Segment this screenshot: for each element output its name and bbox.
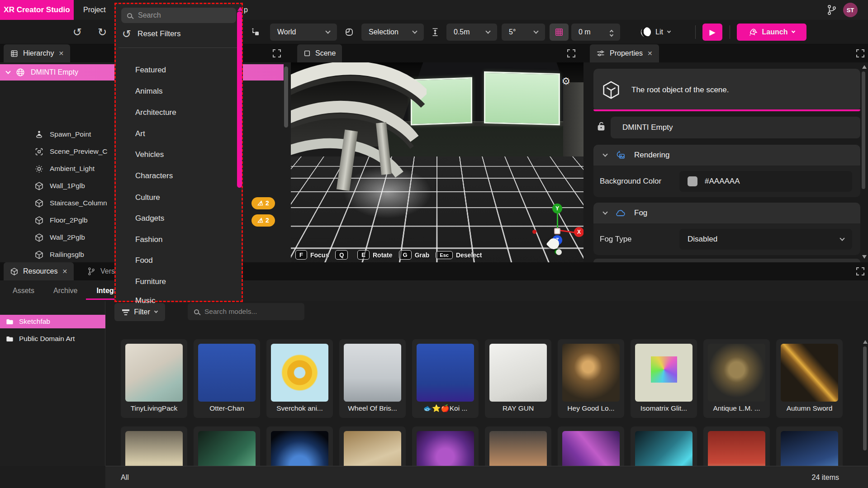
folder-item-public-domain-art[interactable]: Public Domain Art — [0, 332, 105, 346]
stepper-arrows[interactable] — [610, 28, 613, 36]
subtab-archive[interactable]: Archive — [53, 287, 77, 295]
category-animals[interactable]: Animals — [135, 86, 162, 97]
models-search-input[interactable] — [204, 308, 295, 316]
coordinate-space-select[interactable]: World — [270, 24, 337, 41]
grid-height-stepper[interactable]: 0 m — [571, 24, 620, 41]
gizmo-y-handle[interactable]: Y — [552, 204, 562, 213]
hierarchy-scrollbar[interactable] — [284, 66, 288, 128]
warning-badge[interactable]: 2 — [251, 214, 275, 227]
section-rendering-header[interactable]: Rendering — [593, 145, 860, 166]
category-art[interactable]: Art — [135, 128, 145, 139]
shading-mode-select[interactable]: Lit — [634, 24, 688, 41]
category-characters[interactable]: Characters — [135, 171, 173, 181]
selection-mode-select[interactable]: Selection — [361, 24, 424, 41]
properties-scrollbar[interactable] — [862, 71, 865, 189]
category-furniture[interactable]: Furniture — [135, 276, 166, 287]
scroll-up-arrow[interactable] — [863, 340, 868, 344]
subtab-assets[interactable]: Assets — [13, 287, 34, 295]
folder-icon — [5, 317, 14, 326]
version-branch-icon[interactable] — [826, 4, 838, 16]
model-card[interactable]: Hey Good Lo... — [558, 339, 624, 418]
expand-panel-icon[interactable] — [273, 49, 281, 57]
scene-icon — [304, 50, 311, 57]
fit-height-icon[interactable] — [428, 24, 442, 41]
grid-toggle-button[interactable] — [550, 24, 569, 41]
mesh-cube-icon — [34, 250, 44, 260]
reset-filters-button[interactable]: Reset Filters — [122, 26, 181, 42]
category-architecture[interactable]: Architecture — [135, 107, 176, 118]
warning-icon — [257, 199, 263, 207]
launch-button[interactable]: Launch — [737, 24, 806, 41]
category-music[interactable]: Music — [135, 295, 155, 306]
shading-mode-value: Lit — [655, 28, 663, 36]
scroll-down-arrow[interactable] — [862, 255, 867, 259]
category-gadgets[interactable]: Gadgets — [135, 213, 164, 224]
tree-item-label: Ambient_Light — [50, 165, 95, 173]
unlock-icon[interactable] — [595, 120, 607, 132]
model-card[interactable]: Otter-Chan — [194, 339, 260, 418]
filter-search-box[interactable] — [121, 8, 236, 23]
undo-button[interactable] — [69, 24, 86, 41]
tab-resources[interactable]: Resources — [4, 262, 74, 280]
category-culture[interactable]: Culture — [135, 192, 160, 203]
warning-badge[interactable]: 2 — [251, 197, 275, 209]
menu-item-partial[interactable]: p — [244, 0, 248, 20]
folder-item-sketchfab[interactable]: Sketchfab — [0, 315, 105, 328]
model-card[interactable]: 🐟⭐🍎Koi ... — [412, 339, 479, 418]
object-name-input[interactable]: DMINTI Empty — [611, 117, 860, 138]
model-card[interactable]: TinyLivingPack — [121, 339, 187, 418]
mesh-cube-icon — [34, 233, 44, 242]
model-card[interactable]: RAY GUN — [485, 339, 551, 418]
color-swatch[interactable] — [688, 176, 697, 186]
background-color-input[interactable]: #AAAAAA — [679, 171, 852, 192]
expand-panel-icon[interactable] — [856, 49, 864, 57]
gizmo-x-handle[interactable]: X — [574, 227, 583, 237]
play-button[interactable] — [702, 24, 722, 41]
expand-panel-icon[interactable] — [856, 267, 864, 275]
chevron-down-icon — [602, 209, 607, 214]
move-snap-select[interactable]: 0.5m — [446, 24, 497, 41]
model-card[interactable]: Antique L.M. ... — [703, 339, 770, 418]
model-card[interactable]: Sverchok ani... — [266, 339, 333, 418]
close-icon[interactable] — [62, 267, 67, 275]
scroll-up-arrow[interactable] — [862, 65, 867, 69]
model-title: Autumn Sword — [778, 404, 841, 412]
model-card[interactable]: Autumn Sword — [776, 339, 843, 418]
user-avatar[interactable]: ST — [843, 3, 858, 17]
chevron-down-icon — [154, 309, 158, 313]
tab-hierarchy[interactable]: Hierarchy — [4, 44, 70, 62]
section-rendering: Rendering Background Color #AAAAAA — [593, 145, 860, 197]
tab-properties[interactable]: Properties — [590, 44, 659, 62]
section-partial — [593, 259, 860, 262]
scene-3d-render[interactable]: Y X Z FFocus Q ERotate GGrab EscDeselect — [291, 62, 583, 262]
tab-label: Scene — [315, 49, 336, 57]
tab-scene[interactable]: Scene — [297, 44, 342, 62]
model-thumbnail — [562, 344, 620, 402]
gizmo-center-handle[interactable] — [554, 228, 560, 234]
expand-panel-icon[interactable] — [567, 49, 575, 57]
category-featured[interactable]: Featured — [135, 65, 166, 76]
cloud-icon — [615, 208, 626, 218]
redo-button[interactable] — [94, 24, 111, 41]
dropdown-scrollbar[interactable] — [237, 11, 242, 188]
model-card[interactable]: Isomatrix Glit... — [631, 339, 697, 418]
close-icon[interactable] — [647, 49, 653, 57]
scrollbar-up-arrow[interactable] — [237, 7, 243, 11]
category-food[interactable]: Food — [135, 255, 153, 266]
menu-project[interactable]: Project — [83, 0, 106, 20]
category-vehicles[interactable]: Vehicles — [135, 149, 164, 160]
rotate-snap-select[interactable]: 5° — [502, 24, 545, 41]
footer-scope-label[interactable]: All — [121, 466, 129, 488]
fog-type-select[interactable]: Disabled — [679, 229, 852, 250]
category-fashion[interactable]: Fashion — [135, 234, 162, 245]
filter-search-input[interactable] — [138, 11, 224, 19]
viewport-settings-gear-icon[interactable] — [561, 76, 570, 87]
models-search-box[interactable] — [188, 303, 304, 320]
models-scrollbar[interactable] — [863, 346, 867, 450]
instance-mode-icon[interactable] — [342, 24, 357, 41]
model-title: Antique L.M. ... — [705, 404, 768, 412]
close-icon[interactable] — [58, 49, 64, 57]
section-fog-header[interactable]: Fog — [593, 203, 860, 223]
model-card[interactable]: Wheel Of Bris... — [339, 339, 406, 418]
tab-label: Resources — [23, 267, 57, 275]
